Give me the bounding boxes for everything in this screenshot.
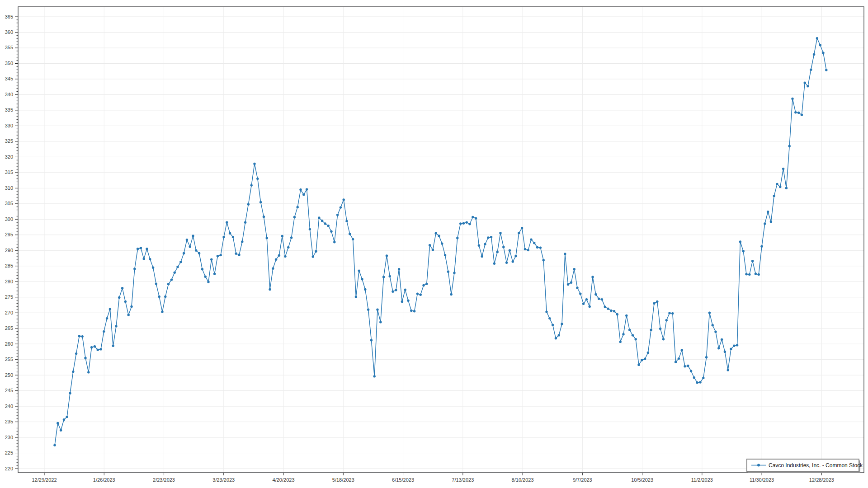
data-point[interactable] [229,232,231,235]
data-point[interactable] [739,240,741,243]
data-point[interactable] [748,273,750,276]
data-point[interactable] [266,237,268,239]
data-point[interactable] [807,85,809,87]
data-point[interactable] [548,317,551,319]
data-point[interactable] [632,334,634,336]
data-point[interactable] [63,418,65,421]
data-point[interactable] [721,338,723,341]
data-point[interactable] [505,262,508,264]
data-point[interactable] [361,278,363,280]
data-point[interactable] [382,276,385,278]
data-point[interactable] [336,214,339,216]
data-point[interactable] [699,381,701,383]
data-point[interactable] [167,283,170,285]
data-point[interactable] [727,369,729,371]
data-point[interactable] [564,253,566,255]
data-point[interactable] [217,255,219,257]
data-point[interactable] [730,348,732,350]
data-point[interactable] [198,252,200,254]
data-point[interactable] [422,284,425,286]
data-point[interactable] [343,198,345,201]
data-point[interactable] [453,272,455,274]
data-point[interactable] [137,248,139,250]
data-point[interactable] [420,294,422,296]
data-point[interactable] [502,246,505,248]
data-point[interactable] [705,356,708,358]
data-point[interactable] [724,351,726,353]
data-point[interactable] [782,168,784,170]
data-point[interactable] [447,271,449,273]
data-point[interactable] [358,269,360,272]
data-point[interactable] [302,193,305,196]
data-point[interactable] [558,334,560,336]
data-point[interactable] [527,249,529,251]
data-point[interactable] [413,310,415,312]
data-point[interactable] [78,335,80,337]
data-point[interactable] [244,221,246,224]
data-point[interactable] [610,310,612,312]
data-point[interactable] [751,260,754,262]
data-point[interactable] [161,310,163,313]
data-point[interactable] [275,258,277,261]
data-point[interactable] [693,376,695,379]
data-point[interactable] [582,303,585,305]
data-point[interactable] [801,114,803,116]
data-point[interactable] [140,247,142,249]
data-point[interactable] [376,309,378,311]
data-point[interactable] [284,255,286,258]
data-point[interactable] [115,325,117,327]
data-point[interactable] [432,249,434,251]
data-point[interactable] [297,206,299,208]
data-point[interactable] [696,381,698,384]
data-point[interactable] [509,249,511,252]
data-point[interactable] [622,333,624,335]
data-point[interactable] [272,267,274,270]
data-point[interactable] [797,112,800,114]
data-point[interactable] [170,278,173,281]
data-point[interactable] [87,371,90,373]
data-point[interactable] [450,293,453,296]
data-point[interactable] [468,223,471,225]
data-point[interactable] [628,328,631,331]
data-point[interactable] [281,235,283,237]
data-point[interactable] [232,236,234,238]
data-point[interactable] [210,258,212,261]
data-point[interactable] [776,183,778,185]
data-point[interactable] [813,53,815,56]
data-point[interactable] [499,232,501,234]
data-point[interactable] [256,178,259,180]
data-point[interactable] [791,98,793,100]
data-point[interactable] [324,222,326,225]
data-point[interactable] [690,370,692,372]
data-point[interactable] [195,249,197,252]
data-point[interactable] [779,186,781,188]
data-point[interactable] [340,206,342,208]
data-point[interactable] [143,258,145,260]
data-point[interactable] [764,222,766,225]
data-point[interactable] [702,377,704,379]
data-point[interactable] [364,288,366,291]
data-point[interactable] [594,293,597,296]
data-point[interactable] [536,246,538,249]
data-point[interactable] [496,251,499,253]
data-point[interactable] [425,282,428,285]
data-point[interactable] [785,187,788,189]
data-point[interactable] [625,314,627,317]
data-point[interactable] [518,232,520,234]
data-point[interactable] [521,227,523,229]
data-point[interactable] [155,282,157,285]
data-point[interactable] [386,254,388,257]
data-point[interactable] [226,221,228,224]
data-point[interactable] [176,266,179,268]
data-point[interactable] [561,323,563,325]
data-point[interactable] [290,236,292,239]
data-point[interactable] [530,238,532,240]
data-point[interactable] [66,416,68,418]
data-point[interactable] [708,312,711,314]
data-point[interactable] [678,357,680,360]
data-point[interactable] [822,52,824,54]
data-point[interactable] [681,349,683,351]
data-point[interactable] [742,250,745,252]
data-point[interactable] [312,255,314,258]
data-point[interactable] [84,357,86,359]
